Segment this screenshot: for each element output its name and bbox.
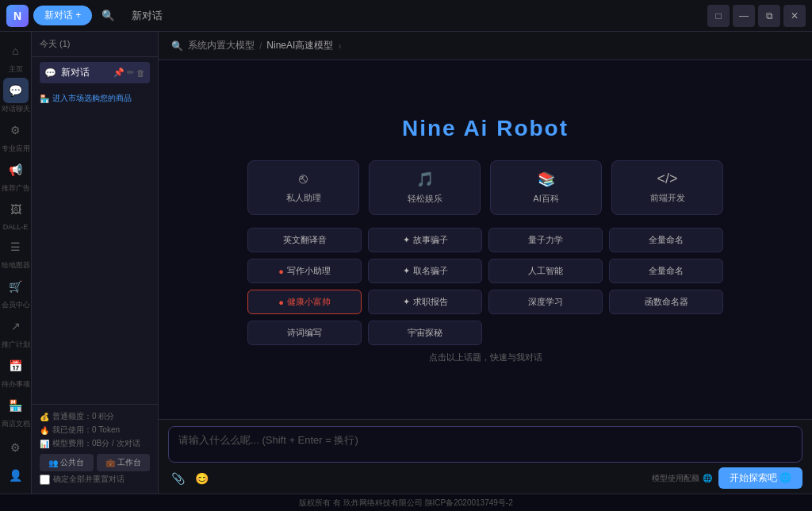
model-cost-info: 📊 模型费用：0B分 / 次对话	[40, 438, 150, 449]
action-btn-close[interactable]: ✕	[783, 5, 806, 27]
main-layout: ⌂ 主页 💬 对话聊天 ⚙ 专业应用 📢 推荐广告 🖼 DALL-E ☰ 绘地图…	[0, 32, 812, 494]
edit-button[interactable]: ✏	[127, 67, 134, 78]
feature-personal-label: 私人助理	[258, 192, 349, 204]
feature-encyclopedia-label: AI百科	[500, 193, 592, 205]
panel-bottom: 💰 普通额度：0 积分 🔥 我已使用：0 Token 📊 模型费用：0B分 / …	[32, 404, 158, 494]
feature-encyclopedia[interactable]: 📚 AI百科	[490, 160, 602, 215]
public-workspace-btn[interactable]: 👥 公共台	[40, 454, 94, 471]
chat-list-item[interactable]: 💬 新对话 📌 ✏ 🗑	[40, 62, 150, 83]
share-icon: ↗	[3, 313, 29, 339]
model-info: 模型使用配额 🌐	[652, 473, 712, 484]
input-bottom-row: 📎 😊 模型使用配额 🌐 开始探索吧 🌐	[168, 467, 802, 489]
send-button[interactable]: 开始探索吧 🌐	[718, 467, 802, 489]
settings-icon[interactable]: ⚙	[3, 436, 29, 460]
dalle-icon: 🖼	[3, 197, 29, 222]
input-box	[168, 426, 802, 463]
model-icon: 🌐	[703, 474, 712, 482]
action-btn-1[interactable]: □	[707, 5, 730, 27]
sidebar-item-chat[interactable]: 💬 对话聊天	[2, 78, 30, 114]
sidebar-item-map[interactable]: ☰ 绘地图器	[2, 234, 30, 271]
token-icon: 🔥	[40, 426, 49, 435]
user-profile-icon[interactable]: 👤	[3, 463, 29, 488]
quick-prompts: 英文翻译音 ✦ 故事骗子 量子力学 全量命名 ● 写作小助理	[247, 228, 723, 345]
feature-encyclopedia-icon: 📚	[500, 171, 592, 188]
new-chat-button[interactable]: 新对话 +	[33, 6, 92, 25]
action-btn-3[interactable]: ⧉	[758, 5, 780, 27]
app-logo: N	[6, 5, 29, 27]
emoji-button[interactable]: 😊	[192, 469, 211, 488]
sidebar-item-share[interactable]: ↗ 推广计划	[2, 313, 30, 350]
chat-item-label: 新对话	[61, 66, 90, 79]
feature-entertainment[interactable]: 🎵 轻松娱乐	[369, 160, 481, 215]
search-button[interactable]: 🔍	[97, 5, 119, 27]
input-area: 📎 😊 模型使用配额 🌐 开始探索吧 🌐	[159, 419, 812, 494]
welcome-section: Nine Ai Robot ⎋ 私人助理 🎵 轻松娱乐 📚 AI百科	[247, 116, 723, 363]
prompt-naming1[interactable]: 全量命名	[609, 228, 723, 252]
sidebar-item-shop[interactable]: 🛒 会员中心	[2, 274, 30, 310]
naming-icon: ✦	[403, 266, 410, 276]
prompt-poetry[interactable]: 诗词编写	[247, 321, 362, 345]
message-input[interactable]	[178, 433, 792, 455]
feature-frontend[interactable]: </> 前端开发	[611, 160, 723, 215]
action-btn-2[interactable]: —	[733, 5, 755, 27]
page-title: 新对话	[124, 9, 703, 23]
prompt-ai[interactable]: 人工智能	[488, 259, 603, 283]
chat-item-icon: 💬	[44, 67, 56, 79]
docs-icon: 🏪	[3, 393, 29, 418]
icon-sidebar: ⌂ 主页 💬 对话聊天 ⚙ 专业应用 📢 推荐广告 🖼 DALL-E ☰ 绘地图…	[0, 32, 32, 494]
home-icon: ⌂	[3, 38, 29, 63]
feature-personal-icon: ⎋	[258, 171, 349, 187]
work-workspace-btn[interactable]: 💼 工作台	[97, 454, 151, 471]
chat-item-actions: 📌 ✏ 🗑	[113, 67, 145, 78]
feature-personal[interactable]: ⎋ 私人助理	[247, 160, 359, 215]
upload-button[interactable]: 📎	[168, 469, 187, 488]
breadcrumb-current: NineAI高速模型	[266, 39, 333, 52]
sidebar-item-home[interactable]: ⌂ 主页	[3, 38, 29, 75]
credits-info: 💰 普通额度：0 积分	[40, 411, 150, 422]
prompt-job[interactable]: ✦ 求职报告	[368, 290, 482, 314]
sidebar-item-ad[interactable]: 📢 推荐广告	[2, 157, 30, 194]
sidebar-item-pro[interactable]: ⚙ 专业应用	[2, 117, 30, 154]
chat-icon: 💬	[3, 78, 29, 103]
prompt-writing[interactable]: ● 写作小助理	[247, 259, 362, 283]
token-info: 🔥 我已使用：0 Token	[40, 425, 150, 436]
quick-hint: 点击以上话题，快速与我对话	[247, 352, 723, 363]
prompt-health[interactable]: ● 健康小富帅	[247, 290, 362, 314]
prompt-naming2[interactable]: 全量命名	[609, 259, 723, 283]
welcome-title: Nine Ai Robot	[247, 116, 723, 141]
feature-entertainment-label: 轻松娱乐	[379, 193, 470, 205]
story-icon: ✦	[403, 235, 410, 245]
todo-icon: 📅	[3, 353, 29, 378]
prompt-story[interactable]: ✦ 故事骗子	[368, 228, 482, 252]
work-icon: 💼	[105, 459, 115, 467]
writing-dot: ●	[278, 267, 284, 276]
ad-icon: 📢	[3, 157, 29, 182]
prompt-english[interactable]: 英文翻译音	[247, 228, 362, 252]
prompt-quantum[interactable]: 量子力学	[488, 228, 603, 252]
breadcrumb-icon: 🔍	[171, 40, 183, 52]
feature-entertainment-icon: 🎵	[379, 171, 470, 188]
delete-button[interactable]: 🗑	[136, 67, 145, 78]
prompt-funcname[interactable]: 函数命名器	[609, 290, 723, 314]
panel-header: 今天 (1)	[32, 32, 158, 57]
input-right: 模型使用配额 🌐 开始探索吧 🌐	[652, 467, 802, 489]
job-icon: ✦	[403, 297, 410, 307]
prompt-naming[interactable]: ✦ 取名骗子	[368, 259, 482, 283]
pin-button[interactable]: 📌	[113, 67, 124, 78]
window-actions: □ — ⧉ ✕	[707, 5, 806, 27]
feature-grid: ⎋ 私人助理 🎵 轻松娱乐 📚 AI百科 </> 前端开发	[247, 160, 723, 215]
model-icon: 📊	[40, 440, 49, 448]
store-link[interactable]: 🏪 进入市场选购您的商品	[32, 88, 158, 109]
map-icon: ☰	[3, 234, 29, 259]
breadcrumb-root: 系统内置大模型	[188, 39, 255, 52]
left-panel: 今天 (1) 💬 新对话 📌 ✏ 🗑 🏪 进入市场选购您的商品 💰 普通额度：0…	[32, 32, 159, 494]
input-tools: 📎 😊	[168, 469, 211, 488]
breadcrumb-chevron: ›	[338, 40, 341, 52]
sidebar-item-todo[interactable]: 📅 待办事项	[2, 353, 30, 390]
prompt-deeplearn[interactable]: 深度学习	[488, 290, 603, 314]
sidebar-item-dalle[interactable]: 🖼 DALL-E	[3, 197, 29, 231]
sidebar-item-docs[interactable]: 🏪 商店文档	[2, 393, 30, 429]
confirm-checkbox[interactable]	[40, 474, 50, 485]
shop-icon: 🛒	[3, 274, 29, 299]
prompt-cosmos[interactable]: 宇宙探秘	[368, 321, 482, 345]
